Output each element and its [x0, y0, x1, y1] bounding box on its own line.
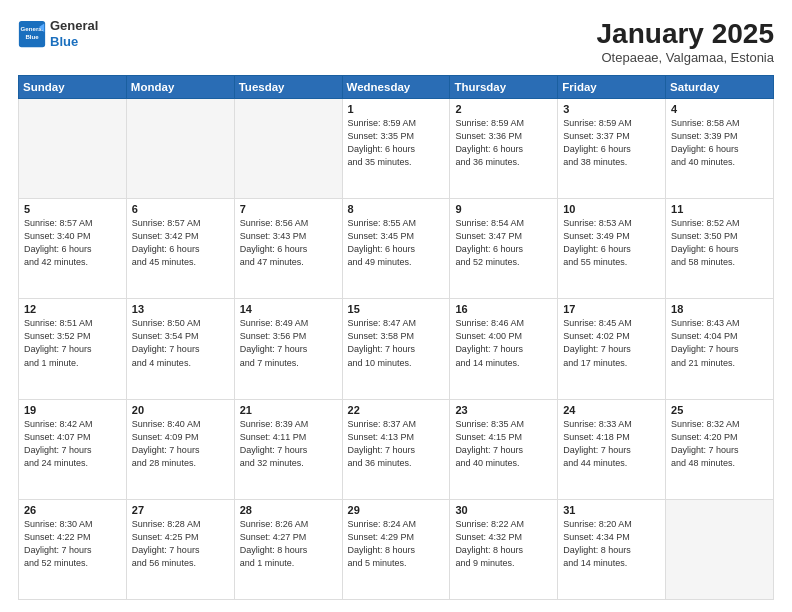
calendar-cell: 21Sunrise: 8:39 AM Sunset: 4:11 PM Dayli…: [234, 399, 342, 499]
calendar-cell: 13Sunrise: 8:50 AM Sunset: 3:54 PM Dayli…: [126, 299, 234, 399]
day-info: Sunrise: 8:24 AM Sunset: 4:29 PM Dayligh…: [348, 518, 445, 570]
calendar-week-row: 12Sunrise: 8:51 AM Sunset: 3:52 PM Dayli…: [19, 299, 774, 399]
logo-general-text: General: [50, 18, 98, 33]
day-number: 4: [671, 103, 768, 115]
day-number: 14: [240, 303, 337, 315]
day-info: Sunrise: 8:57 AM Sunset: 3:42 PM Dayligh…: [132, 217, 229, 269]
logo-icon: General Blue: [18, 20, 46, 48]
day-number: 19: [24, 404, 121, 416]
calendar-cell: 10Sunrise: 8:53 AM Sunset: 3:49 PM Dayli…: [558, 199, 666, 299]
day-info: Sunrise: 8:37 AM Sunset: 4:13 PM Dayligh…: [348, 418, 445, 470]
day-number: 30: [455, 504, 552, 516]
calendar-week-row: 19Sunrise: 8:42 AM Sunset: 4:07 PM Dayli…: [19, 399, 774, 499]
calendar-cell: 25Sunrise: 8:32 AM Sunset: 4:20 PM Dayli…: [666, 399, 774, 499]
calendar-cell: 24Sunrise: 8:33 AM Sunset: 4:18 PM Dayli…: [558, 399, 666, 499]
day-info: Sunrise: 8:52 AM Sunset: 3:50 PM Dayligh…: [671, 217, 768, 269]
calendar-cell: 7Sunrise: 8:56 AM Sunset: 3:43 PM Daylig…: [234, 199, 342, 299]
calendar-cell: 18Sunrise: 8:43 AM Sunset: 4:04 PM Dayli…: [666, 299, 774, 399]
month-title: January 2025: [597, 18, 774, 50]
calendar-cell: 6Sunrise: 8:57 AM Sunset: 3:42 PM Daylig…: [126, 199, 234, 299]
calendar-cell: 28Sunrise: 8:26 AM Sunset: 4:27 PM Dayli…: [234, 499, 342, 599]
day-info: Sunrise: 8:59 AM Sunset: 3:37 PM Dayligh…: [563, 117, 660, 169]
day-number: 18: [671, 303, 768, 315]
calendar-week-row: 26Sunrise: 8:30 AM Sunset: 4:22 PM Dayli…: [19, 499, 774, 599]
day-info: Sunrise: 8:26 AM Sunset: 4:27 PM Dayligh…: [240, 518, 337, 570]
calendar-cell: 5Sunrise: 8:57 AM Sunset: 3:40 PM Daylig…: [19, 199, 127, 299]
day-number: 5: [24, 203, 121, 215]
day-number: 12: [24, 303, 121, 315]
calendar-cell: 12Sunrise: 8:51 AM Sunset: 3:52 PM Dayli…: [19, 299, 127, 399]
day-number: 15: [348, 303, 445, 315]
day-number: 17: [563, 303, 660, 315]
calendar-cell: 15Sunrise: 8:47 AM Sunset: 3:58 PM Dayli…: [342, 299, 450, 399]
calendar-cell: 29Sunrise: 8:24 AM Sunset: 4:29 PM Dayli…: [342, 499, 450, 599]
day-info: Sunrise: 8:54 AM Sunset: 3:47 PM Dayligh…: [455, 217, 552, 269]
calendar-cell: 14Sunrise: 8:49 AM Sunset: 3:56 PM Dayli…: [234, 299, 342, 399]
calendar-table: SundayMondayTuesdayWednesdayThursdayFrid…: [18, 75, 774, 600]
calendar-cell: 16Sunrise: 8:46 AM Sunset: 4:00 PM Dayli…: [450, 299, 558, 399]
day-info: Sunrise: 8:59 AM Sunset: 3:36 PM Dayligh…: [455, 117, 552, 169]
day-info: Sunrise: 8:33 AM Sunset: 4:18 PM Dayligh…: [563, 418, 660, 470]
calendar-cell: 8Sunrise: 8:55 AM Sunset: 3:45 PM Daylig…: [342, 199, 450, 299]
day-info: Sunrise: 8:49 AM Sunset: 3:56 PM Dayligh…: [240, 317, 337, 369]
day-number: 2: [455, 103, 552, 115]
day-number: 31: [563, 504, 660, 516]
day-info: Sunrise: 8:30 AM Sunset: 4:22 PM Dayligh…: [24, 518, 121, 570]
day-info: Sunrise: 8:46 AM Sunset: 4:00 PM Dayligh…: [455, 317, 552, 369]
day-number: 7: [240, 203, 337, 215]
calendar-cell: 2Sunrise: 8:59 AM Sunset: 3:36 PM Daylig…: [450, 99, 558, 199]
weekday-header-row: SundayMondayTuesdayWednesdayThursdayFrid…: [19, 76, 774, 99]
calendar-cell: [666, 499, 774, 599]
day-number: 23: [455, 404, 552, 416]
day-info: Sunrise: 8:43 AM Sunset: 4:04 PM Dayligh…: [671, 317, 768, 369]
weekday-header: Monday: [126, 76, 234, 99]
day-number: 27: [132, 504, 229, 516]
header: General Blue General Blue January 2025 O…: [18, 18, 774, 65]
calendar-cell: 26Sunrise: 8:30 AM Sunset: 4:22 PM Dayli…: [19, 499, 127, 599]
calendar-cell: 30Sunrise: 8:22 AM Sunset: 4:32 PM Dayli…: [450, 499, 558, 599]
logo-blue-text: Blue: [50, 34, 78, 49]
day-info: Sunrise: 8:39 AM Sunset: 4:11 PM Dayligh…: [240, 418, 337, 470]
day-info: Sunrise: 8:53 AM Sunset: 3:49 PM Dayligh…: [563, 217, 660, 269]
day-info: Sunrise: 8:40 AM Sunset: 4:09 PM Dayligh…: [132, 418, 229, 470]
day-number: 11: [671, 203, 768, 215]
weekday-header: Thursday: [450, 76, 558, 99]
calendar-cell: 11Sunrise: 8:52 AM Sunset: 3:50 PM Dayli…: [666, 199, 774, 299]
weekday-header: Tuesday: [234, 76, 342, 99]
calendar-cell: 4Sunrise: 8:58 AM Sunset: 3:39 PM Daylig…: [666, 99, 774, 199]
calendar-cell: [19, 99, 127, 199]
day-number: 25: [671, 404, 768, 416]
day-number: 22: [348, 404, 445, 416]
day-number: 10: [563, 203, 660, 215]
calendar-cell: 23Sunrise: 8:35 AM Sunset: 4:15 PM Dayli…: [450, 399, 558, 499]
day-number: 16: [455, 303, 552, 315]
day-number: 1: [348, 103, 445, 115]
day-number: 26: [24, 504, 121, 516]
calendar-cell: [234, 99, 342, 199]
page: General Blue General Blue January 2025 O…: [0, 0, 792, 612]
calendar-cell: 22Sunrise: 8:37 AM Sunset: 4:13 PM Dayli…: [342, 399, 450, 499]
day-number: 24: [563, 404, 660, 416]
calendar-cell: 1Sunrise: 8:59 AM Sunset: 3:35 PM Daylig…: [342, 99, 450, 199]
day-info: Sunrise: 8:58 AM Sunset: 3:39 PM Dayligh…: [671, 117, 768, 169]
logo-text: General Blue: [50, 18, 98, 49]
calendar-cell: [126, 99, 234, 199]
day-info: Sunrise: 8:42 AM Sunset: 4:07 PM Dayligh…: [24, 418, 121, 470]
day-info: Sunrise: 8:57 AM Sunset: 3:40 PM Dayligh…: [24, 217, 121, 269]
day-number: 9: [455, 203, 552, 215]
weekday-header: Friday: [558, 76, 666, 99]
svg-text:Blue: Blue: [25, 33, 39, 40]
day-number: 8: [348, 203, 445, 215]
calendar-cell: 20Sunrise: 8:40 AM Sunset: 4:09 PM Dayli…: [126, 399, 234, 499]
day-number: 3: [563, 103, 660, 115]
day-number: 6: [132, 203, 229, 215]
calendar-week-row: 1Sunrise: 8:59 AM Sunset: 3:35 PM Daylig…: [19, 99, 774, 199]
day-info: Sunrise: 8:55 AM Sunset: 3:45 PM Dayligh…: [348, 217, 445, 269]
calendar-cell: 19Sunrise: 8:42 AM Sunset: 4:07 PM Dayli…: [19, 399, 127, 499]
calendar-cell: 27Sunrise: 8:28 AM Sunset: 4:25 PM Dayli…: [126, 499, 234, 599]
day-info: Sunrise: 8:51 AM Sunset: 3:52 PM Dayligh…: [24, 317, 121, 369]
weekday-header: Saturday: [666, 76, 774, 99]
day-number: 20: [132, 404, 229, 416]
day-info: Sunrise: 8:45 AM Sunset: 4:02 PM Dayligh…: [563, 317, 660, 369]
calendar-cell: 31Sunrise: 8:20 AM Sunset: 4:34 PM Dayli…: [558, 499, 666, 599]
